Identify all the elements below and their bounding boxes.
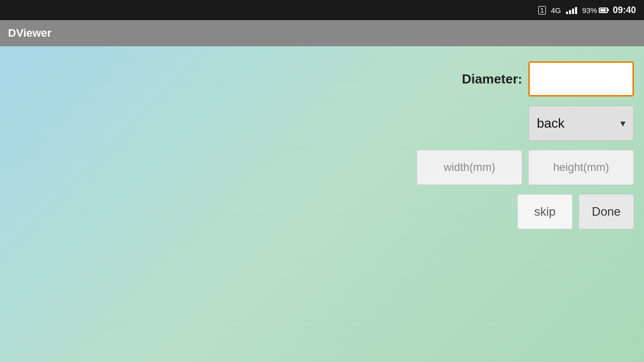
app-bar: DViewer xyxy=(0,20,644,46)
width-input[interactable]: width(mm) xyxy=(417,150,522,185)
network-type: 4G xyxy=(551,6,561,15)
skip-label: skip xyxy=(534,205,556,219)
main-content: Diameter: back ▾ width(mm) height(mm) sk… xyxy=(0,46,644,362)
battery-percent: 93% xyxy=(582,6,608,15)
battery-icon xyxy=(599,8,608,13)
sim-indicator: 1 xyxy=(538,6,546,15)
sim-number: 1 xyxy=(538,6,546,15)
right-panel: Diameter: back ▾ width(mm) height(mm) sk… xyxy=(417,61,634,229)
skip-button[interactable]: skip xyxy=(517,194,573,229)
back-dropdown-label: back xyxy=(537,116,565,131)
signal-icon xyxy=(566,6,577,14)
done-label: Done xyxy=(592,205,620,219)
action-row: skip Done xyxy=(517,194,634,229)
dimension-row: width(mm) height(mm) xyxy=(417,150,634,185)
chevron-down-icon: ▾ xyxy=(620,117,625,129)
done-button[interactable]: Done xyxy=(579,194,634,229)
width-placeholder: width(mm) xyxy=(444,161,496,174)
status-bar: 1 4G 93% 09:40 xyxy=(0,0,644,20)
diameter-row: Diameter: xyxy=(462,61,634,97)
diameter-input[interactable] xyxy=(528,61,634,97)
height-input[interactable]: height(mm) xyxy=(528,150,634,185)
back-dropdown[interactable]: back ▾ xyxy=(528,106,634,141)
diameter-label: Diameter: xyxy=(462,71,522,87)
app-title: DViewer xyxy=(8,27,51,40)
height-placeholder: height(mm) xyxy=(553,161,609,174)
clock: 09:40 xyxy=(613,5,636,16)
